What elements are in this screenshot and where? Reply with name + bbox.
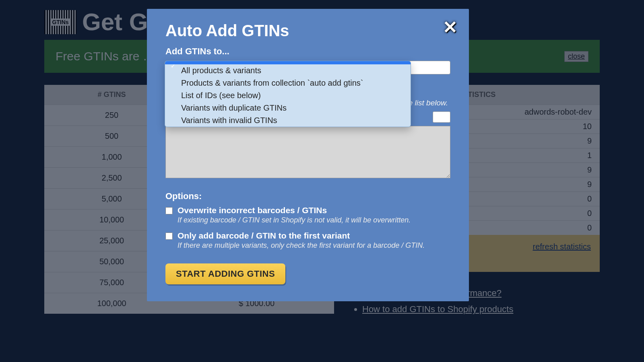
- start-adding-gtins-button[interactable]: START ADDING GTINS: [165, 263, 285, 284]
- overwrite-checkbox[interactable]: [165, 207, 173, 214]
- overwrite-label: Overwrite incorrect barcodes / GTINs: [178, 206, 411, 215]
- dropdown-option-all[interactable]: All products & variants: [165, 64, 411, 77]
- first-variant-checkbox[interactable]: [165, 232, 173, 240]
- close-icon[interactable]: ✕: [443, 19, 458, 36]
- first-variant-desc: If there are multiple variants, only che…: [178, 241, 425, 250]
- options-heading: Options:: [165, 191, 450, 202]
- ids-textarea[interactable]: [165, 126, 450, 178]
- dropdown-option-ids[interactable]: List of IDs (see below): [165, 89, 411, 102]
- target-select-dropdown: All products & variants Products & varia…: [165, 61, 411, 127]
- dropdown-option-invalid[interactable]: Variants with invalid GTINs: [165, 114, 411, 127]
- first-variant-label: Only add barcode / GTIN to the first var…: [178, 231, 425, 241]
- dropdown-option-duplicate[interactable]: Variants with duplicate GTINs: [165, 102, 411, 114]
- modal-title: Auto Add GTINs: [165, 22, 450, 40]
- dropdown-option-collection[interactable]: Products & variants from collection `aut…: [165, 77, 411, 89]
- small-input[interactable]: [433, 111, 450, 123]
- auto-add-gtins-modal: ✕ Auto Add GTINs Add GTINs to... All pro…: [147, 9, 469, 301]
- dropdown-option-empty[interactable]: [165, 61, 411, 64]
- overwrite-desc: If existing barcode / GTIN set in Shopif…: [178, 216, 411, 224]
- add-gtins-to-label: Add GTINs to...: [165, 46, 450, 57]
